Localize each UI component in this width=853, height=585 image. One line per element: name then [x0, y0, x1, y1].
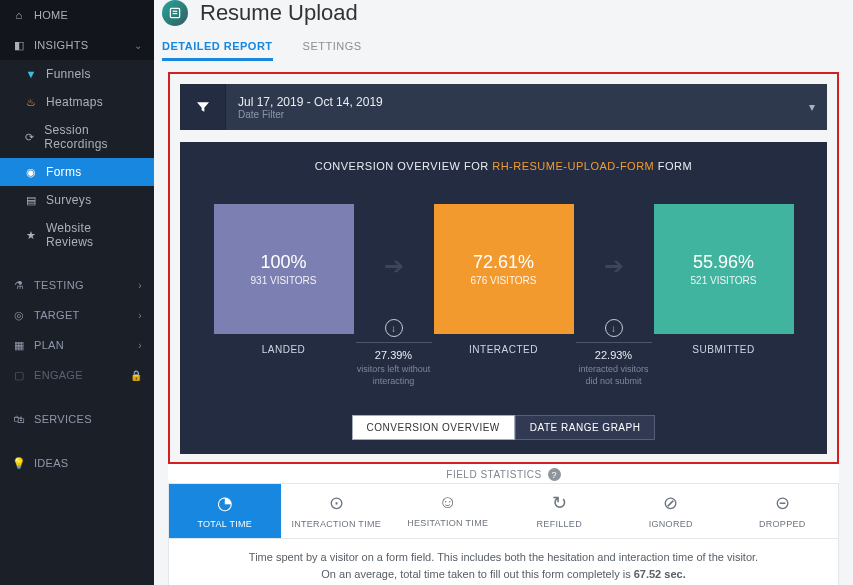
chevron-right-icon: ›	[138, 340, 142, 351]
sidebar-item-label: Session Recordings	[44, 123, 142, 151]
sidebar-item-surveys[interactable]: ▤ Surveys	[0, 186, 154, 214]
sidebar-item-website-reviews[interactable]: ★ Website Reviews	[0, 214, 154, 256]
sidebar-item-label: Heatmaps	[46, 95, 103, 109]
stat-tab-label: HESITATION TIME	[407, 518, 488, 528]
nav-services[interactable]: 🛍 SERVICES	[0, 404, 154, 434]
insights-icon: ◧	[12, 38, 26, 52]
divider	[356, 342, 432, 343]
filter-value: Jul 17, 2019 - Oct 14, 2019	[238, 95, 383, 109]
interacted-visitors: 676 VISITORS	[471, 275, 537, 286]
tab-settings[interactable]: SETTINGS	[303, 34, 362, 61]
heatmap-icon: ♨	[24, 95, 38, 109]
interaction-icon: ⊙	[329, 492, 344, 514]
clock-icon: ◔	[217, 492, 233, 514]
divider	[576, 342, 652, 343]
forms-icon: ◉	[24, 165, 38, 179]
nav-home-label: HOME	[34, 9, 68, 21]
nav-testing[interactable]: ⚗ TESTING ›	[0, 270, 154, 300]
sidebar: ⌂ HOME ◧ INSIGHTS ⌄ ▼ Funnels ♨ Heatmaps…	[0, 0, 154, 585]
stat-tab-label: IGNORED	[649, 519, 693, 529]
page-title: Resume Upload	[200, 0, 358, 26]
form-id: RH-RESUME-UPLOAD-FORM	[492, 160, 654, 172]
nav-label: PLAN	[34, 339, 64, 351]
surveys-icon: ▤	[24, 193, 38, 207]
stat-tab-label: REFILLED	[537, 519, 582, 529]
stat-tab-dropped[interactable]: ⊝ DROPPED	[727, 484, 839, 538]
stat-tab-refilled[interactable]: ↻ REFILLED	[504, 484, 616, 538]
desc-line2: On an average, total time taken to fill …	[181, 566, 826, 583]
stage-interacted: 72.61% 676 VISITORS INTERACTED	[434, 204, 574, 355]
target-icon: ◎	[12, 308, 26, 322]
btn-conversion-overview[interactable]: CONVERSION OVERVIEW	[352, 415, 515, 440]
landed-visitors: 931 VISITORS	[251, 275, 317, 286]
recording-icon: ⟳	[24, 130, 36, 144]
nav-label: ENGAGE	[34, 369, 83, 381]
landed-pct: 100%	[260, 252, 306, 273]
funnel-icon: ▼	[24, 67, 38, 81]
card-submitted[interactable]: 55.96% 521 VISITORS	[654, 204, 794, 334]
desc-value: 67.52 sec.	[634, 568, 686, 580]
down-arrow-icon: ↓	[385, 319, 403, 337]
ignored-icon: ⊘	[663, 492, 678, 514]
testing-icon: ⚗	[12, 278, 26, 292]
funnel: 100% 931 VISITORS LANDED ➔ ↓ 27.39% visi…	[196, 204, 811, 387]
main: Resume Upload DETAILED REPORT SETTINGS J…	[154, 0, 853, 585]
nav-engage[interactable]: ▢ ENGAGE 🔒	[0, 360, 154, 390]
services-icon: 🛍	[12, 412, 26, 426]
sidebar-item-session-recordings[interactable]: ⟳ Session Recordings	[0, 116, 154, 158]
date-filter-bar[interactable]: Jul 17, 2019 - Oct 14, 2019 Date Filter …	[180, 84, 827, 130]
stat-tab-label: INTERACTION TIME	[291, 519, 381, 529]
sidebar-item-funnels[interactable]: ▼ Funnels	[0, 60, 154, 88]
landed-label: LANDED	[214, 344, 354, 355]
card-landed[interactable]: 100% 931 VISITORS	[214, 204, 354, 334]
submitted-visitors: 521 VISITORS	[691, 275, 757, 286]
desc-line1: Time spent by a visitor on a form field.…	[181, 549, 826, 566]
nav-label: TESTING	[34, 279, 84, 291]
title-suffix: FORM	[658, 160, 692, 172]
sidebar-item-heatmaps[interactable]: ♨ Heatmaps	[0, 88, 154, 116]
title-prefix: CONVERSION OVERVIEW FOR	[315, 160, 489, 172]
sidebar-item-forms[interactable]: ◉ Forms	[0, 158, 154, 186]
sidebar-item-label: Funnels	[46, 67, 91, 81]
submitted-pct: 55.96%	[693, 252, 754, 273]
gap-1: ➔ ↓ 27.39% visitors left without interac…	[356, 204, 432, 387]
plan-icon: ▦	[12, 338, 26, 352]
stat-tab-interaction-time[interactable]: ⊙ INTERACTION TIME	[281, 484, 393, 538]
stat-tab-ignored[interactable]: ⊘ IGNORED	[615, 484, 727, 538]
sidebar-item-label: Website Reviews	[46, 221, 142, 249]
arrow-right-icon: ➔	[604, 252, 624, 280]
stat-tab-label: DROPPED	[759, 519, 806, 529]
sidebar-item-label: Surveys	[46, 193, 91, 207]
chevron-right-icon: ›	[138, 280, 142, 291]
nav-label: TARGET	[34, 309, 80, 321]
stat-description: Time spent by a visitor on a form field.…	[168, 539, 839, 585]
dropped-icon: ⊝	[775, 492, 790, 514]
stage-submitted: 55.96% 521 VISITORS SUBMITTED	[654, 204, 794, 355]
chevron-down-icon[interactable]: ▾	[797, 84, 827, 130]
submitted-label: SUBMITTED	[654, 344, 794, 355]
stat-tab-total-time[interactable]: ◔ TOTAL TIME	[169, 484, 281, 538]
home-icon: ⌂	[12, 8, 26, 22]
nav-insights-label: INSIGHTS	[34, 39, 88, 51]
nav-home[interactable]: ⌂ HOME	[0, 0, 154, 30]
gap1-text: visitors left without interacting	[356, 363, 432, 387]
nav-insights[interactable]: ◧ INSIGHTS ⌄	[0, 30, 154, 60]
refresh-icon: ↻	[552, 492, 567, 514]
tab-detailed-report[interactable]: DETAILED REPORT	[162, 34, 273, 61]
content: Jul 17, 2019 - Oct 14, 2019 Date Filter …	[154, 60, 853, 585]
highlighted-section: Jul 17, 2019 - Oct 14, 2019 Date Filter …	[168, 72, 839, 464]
nav-plan[interactable]: ▦ PLAN ›	[0, 330, 154, 360]
help-icon[interactable]: ?	[548, 468, 561, 481]
gap1-pct: 27.39%	[356, 349, 432, 361]
sidebar-item-label: Forms	[46, 165, 82, 179]
desc-text: On an average, total time taken to fill …	[321, 568, 633, 580]
filter-content: Jul 17, 2019 - Oct 14, 2019 Date Filter	[226, 84, 395, 130]
stage-landed: 100% 931 VISITORS LANDED	[214, 204, 354, 355]
nav-ideas[interactable]: 💡 IDEAS	[0, 448, 154, 478]
filter-icon[interactable]	[180, 84, 226, 130]
stat-tab-hesitation-time[interactable]: ☺ HESITATION TIME	[392, 484, 504, 538]
btn-date-range-graph[interactable]: DATE RANGE GRAPH	[515, 415, 656, 440]
nav-label: IDEAS	[34, 457, 69, 469]
nav-target[interactable]: ◎ TARGET ›	[0, 300, 154, 330]
card-interacted[interactable]: 72.61% 676 VISITORS	[434, 204, 574, 334]
